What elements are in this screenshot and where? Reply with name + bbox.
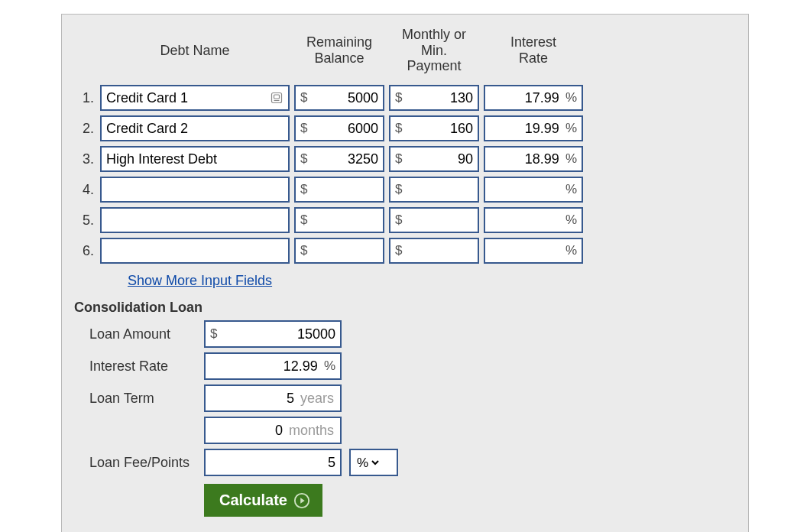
consolidation-grid: Loan Amount $ Interest Rate % Loan Term … (89, 320, 736, 476)
header-debt-name: Debt Name (100, 41, 290, 65)
svg-marker-4 (300, 498, 305, 503)
payment-cell: $ (389, 177, 479, 203)
row-number: 6. (74, 243, 96, 259)
balance-cell: $ (294, 177, 384, 203)
balance-cell: $ (294, 146, 384, 172)
percent-sign: % (562, 212, 580, 228)
rate-cell: % (484, 146, 583, 172)
dollar-sign: $ (392, 90, 405, 105)
balance-input[interactable] (310, 178, 381, 201)
payment-input[interactable] (405, 239, 476, 262)
loan-term-years-input[interactable] (207, 386, 297, 410)
header-remaining-balance: Remaining Balance (294, 33, 384, 72)
loan-rate-cell: % (204, 352, 342, 380)
years-unit: years (297, 391, 339, 407)
percent-sign: % (321, 358, 339, 374)
debt-name-cell (100, 238, 290, 264)
debt-name-input[interactable] (103, 86, 270, 109)
debt-name-cell (100, 115, 290, 141)
debt-name-input[interactable] (103, 178, 287, 201)
loan-fee-unit-select[interactable]: % (354, 450, 381, 475)
months-unit: months (286, 423, 339, 439)
show-more-link[interactable]: Show More Input Fields (128, 273, 272, 288)
percent-sign: % (562, 90, 580, 105)
row-number: 2. (74, 121, 96, 137)
debt-name-cell (100, 177, 290, 203)
loan-term-label: Loan Term (89, 391, 196, 407)
row-number: 5. (74, 212, 96, 229)
loan-term-years-cell: years (204, 384, 342, 412)
dollar-sign: $ (297, 151, 310, 167)
dollar-sign: $ (207, 326, 220, 342)
play-icon (293, 492, 310, 509)
percent-sign: % (562, 243, 580, 258)
rate-input[interactable] (487, 117, 562, 140)
loan-amount-input[interactable] (220, 322, 339, 346)
dollar-sign: $ (392, 243, 405, 258)
rate-cell: % (484, 207, 583, 233)
payment-input[interactable] (405, 178, 476, 201)
dollar-sign: $ (297, 212, 310, 228)
rate-cell: % (484, 177, 583, 203)
balance-cell: $ (294, 115, 384, 141)
debt-table: Debt Name Remaining Balance Monthly or M… (74, 25, 736, 264)
payment-cell: $ (389, 85, 479, 111)
show-more-container: Show More Input Fields (128, 273, 736, 289)
balance-input[interactable] (310, 86, 381, 109)
payment-input[interactable] (405, 148, 476, 170)
balance-cell: $ (294, 238, 384, 264)
rate-cell: % (484, 115, 583, 141)
rate-input[interactable] (487, 86, 562, 109)
calculate-button[interactable]: Calculate (204, 484, 322, 517)
row-number: 4. (74, 182, 96, 198)
debt-name-input[interactable] (103, 209, 287, 232)
dollar-sign: $ (297, 182, 310, 197)
dollar-sign: $ (297, 90, 310, 105)
payment-input[interactable] (405, 117, 476, 140)
debt-name-cell (100, 146, 290, 172)
calculate-label: Calculate (219, 491, 287, 509)
loan-rate-label: Interest Rate (89, 358, 196, 375)
balance-input[interactable] (310, 239, 381, 262)
loan-term-months-cell: months (204, 417, 342, 444)
rate-input[interactable] (487, 178, 562, 201)
debt-name-cell (100, 207, 290, 233)
loan-amount-cell: $ (204, 320, 342, 348)
balance-input[interactable] (310, 117, 381, 140)
dollar-sign: $ (392, 151, 405, 167)
payment-cell: $ (389, 115, 479, 141)
row-number: 3. (74, 151, 96, 167)
loan-fee-label: Loan Fee/Points (89, 455, 196, 471)
loan-amount-label: Loan Amount (89, 326, 196, 342)
payment-cell: $ (389, 238, 479, 264)
dollar-sign: $ (392, 182, 405, 197)
rate-cell: % (484, 85, 583, 111)
loan-fee-cell (204, 449, 342, 476)
debt-name-input[interactable] (103, 117, 287, 140)
debt-name-input[interactable] (103, 239, 287, 262)
loan-rate-input[interactable] (207, 354, 321, 378)
dollar-sign: $ (297, 121, 310, 136)
dollar-sign: $ (392, 121, 405, 136)
percent-sign: % (562, 121, 580, 136)
payment-input[interactable] (405, 86, 476, 109)
header-min-payment: Monthly or Min. Payment (389, 25, 479, 80)
payment-cell: $ (389, 146, 479, 172)
rate-input[interactable] (487, 148, 562, 170)
payment-cell: $ (389, 207, 479, 233)
autofill-icon (270, 91, 284, 105)
header-interest-rate: Interest Rate (484, 33, 583, 72)
calculator-panel: Debt Name Remaining Balance Monthly or M… (61, 14, 749, 532)
loan-fee-unit-box: % (349, 449, 398, 476)
loan-term-months-input[interactable] (207, 418, 286, 443)
balance-input[interactable] (310, 148, 381, 170)
dollar-sign: $ (297, 243, 310, 258)
debt-name-input[interactable] (103, 148, 287, 170)
rate-cell: % (484, 238, 583, 264)
rate-input[interactable] (487, 209, 562, 232)
balance-input[interactable] (310, 209, 381, 232)
rate-input[interactable] (487, 239, 562, 262)
consolidation-title: Consolidation Loan (74, 300, 736, 316)
payment-input[interactable] (405, 209, 476, 232)
loan-fee-input[interactable] (207, 450, 339, 475)
